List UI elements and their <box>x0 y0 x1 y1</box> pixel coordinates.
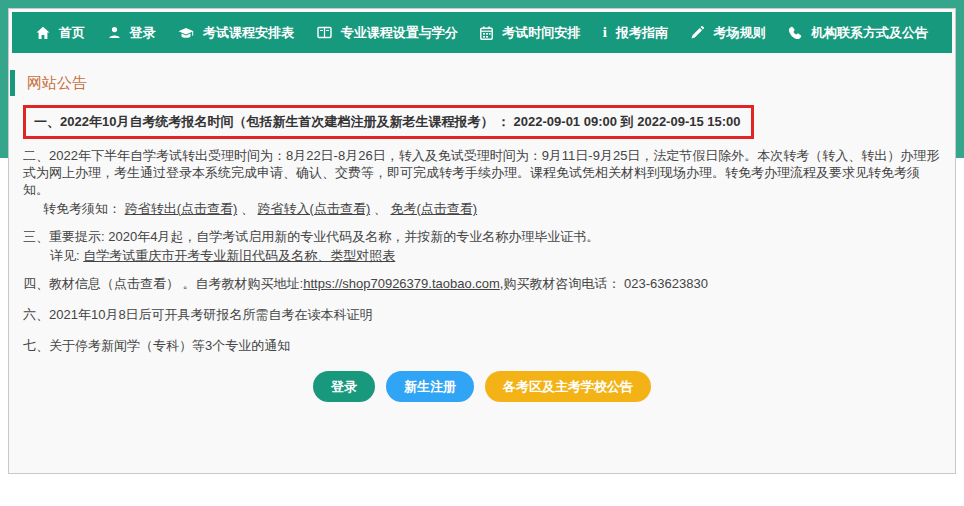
nav-item-contact-notices[interactable]: 机构联系方式及公告 <box>788 24 928 42</box>
announcement-item-1-highlight: 一、2022年10月自考统考报名时间（包括新生首次建档注册及新老生课程报考） ：… <box>23 105 754 139</box>
announcement-item-2: 二、2022年下半年自学考试转出受理时间为：8月22日-8月26日，转入及免试受… <box>23 147 941 217</box>
taobao-shop-link[interactable]: https://shop70926379.taobao.com <box>303 276 500 291</box>
announcement-item-3-detail: 详见: 自学考试重庆市开考专业新旧代码及名称、类型对照表 <box>23 247 941 264</box>
nav-item-home[interactable]: 首页 <box>36 24 85 42</box>
nav-item-exam-room-rules[interactable]: 考场规则 <box>690 24 765 42</box>
nav-item-label: 首页 <box>59 24 85 42</box>
announcement-item-6-text: 六、2021年10月8日后可开具考研报名所需自考在读本科证明 <box>23 307 373 322</box>
transfer-note-label: 转免考须知： <box>43 201 125 216</box>
announcement-item-7: 七、关于停考新闻学（专科）等3个专业的通知 <box>23 337 941 354</box>
announcement-item-7-text: 七、关于停考新闻学（专科）等3个专业的通知 <box>23 338 290 353</box>
user-icon <box>108 26 121 39</box>
nav-item-label: 考场规则 <box>713 24 765 42</box>
announcements-content: 一、2022年10月自考统考报名时间（包括新生首次建档注册及新老生课程报考） ：… <box>10 96 955 402</box>
announcement-item-2-note: 转免考须知： 跨省转出(点击查看) 、 跨省转入(点击查看) 、 免考(点击查看… <box>23 200 941 217</box>
action-buttons: 登录 新生注册 各考区及主考学校公告 <box>23 371 941 402</box>
announcement-item-2-text: 二、2022年下半年自学考试转出受理时间为：8月22日-8月26日，转入及免试受… <box>23 148 939 197</box>
nav-item-label: 考试课程安排表 <box>203 24 294 42</box>
transfer-out-link[interactable]: 跨省转出(点击查看) <box>125 201 238 216</box>
page-title-text: 网站公告 <box>27 74 87 93</box>
nav-item-application-guide[interactable]: i 报考指南 <box>603 24 668 42</box>
nav-item-label: 登录 <box>130 24 156 42</box>
announcement-item-3: 三、重要提示: 2020年4月起，自学考试启用新的专业代码及名称，并按新的专业名… <box>23 228 941 264</box>
announcement-item-4: 四、教材信息（点击查看） 。自考教材购买地址:https://shop70926… <box>23 275 941 292</box>
title-accent-bar <box>10 70 15 96</box>
nav-item-major-course-credits[interactable]: 专业课程设置与学分 <box>317 24 458 42</box>
exemption-link[interactable]: 免考(点击查看) <box>390 201 477 216</box>
exam-district-notices-button[interactable]: 各考区及主考学校公告 <box>485 371 651 402</box>
new-student-register-button[interactable]: 新生注册 <box>386 371 474 402</box>
announcement-item-3-text: 三、重要提示: 2020年4月起，自学考试启用新的专业代码及名称，并按新的专业名… <box>23 229 599 244</box>
separator: 、 <box>374 201 391 216</box>
separator: 、 <box>241 201 258 216</box>
nav-item-exam-time-schedule[interactable]: 考试时间安排 <box>480 24 580 42</box>
announcement-item-4-suffix: ,购买教材咨询电话： 023-63623830 <box>500 276 708 291</box>
login-button[interactable]: 登录 <box>313 371 375 402</box>
announcement-item-6: 六、2021年10月8日后可开具考研报名所需自考在读本科证明 <box>23 306 941 323</box>
page-title: 网站公告 <box>10 70 955 96</box>
phone-icon <box>788 26 802 40</box>
nav-item-label: 机构联系方式及公告 <box>811 24 928 42</box>
nav-item-label: 考试时间安排 <box>502 24 580 42</box>
main-nav: 首页 登录 考试课程安排表 专业课程设置与学分 <box>12 12 952 53</box>
content-card: 首页 登录 考试课程安排表 专业课程设置与学分 <box>8 8 956 474</box>
transfer-in-link[interactable]: 跨省转入(点击查看) <box>258 201 371 216</box>
nav-item-login[interactable]: 登录 <box>108 24 156 42</box>
nav-item-exam-course-schedule[interactable]: 考试课程安排表 <box>178 24 294 42</box>
book-icon <box>317 26 332 39</box>
announcement-item-1-text: 一、2022年10月自考统考报名时间（包括新生首次建档注册及新老生课程报考） ：… <box>34 114 741 129</box>
announcement-item-4-text: 四、教材信息（点击查看） 。自考教材购买地址: <box>23 276 303 291</box>
major-code-table-link[interactable]: 自学考试重庆市开考专业新旧代码及名称、类型对照表 <box>83 248 395 263</box>
nav-item-label: 专业课程设置与学分 <box>341 24 458 42</box>
graduation-cap-icon <box>178 26 194 40</box>
nav-item-label: 报考指南 <box>616 24 668 42</box>
calendar-icon <box>480 26 493 40</box>
home-icon <box>36 26 50 40</box>
pencil-icon <box>690 26 704 40</box>
info-icon: i <box>603 25 607 40</box>
announcements-section: 网站公告 一、2022年10月自考统考报名时间（包括新生首次建档注册及新老生课程… <box>9 70 955 402</box>
detail-label: 详见: <box>50 248 83 263</box>
